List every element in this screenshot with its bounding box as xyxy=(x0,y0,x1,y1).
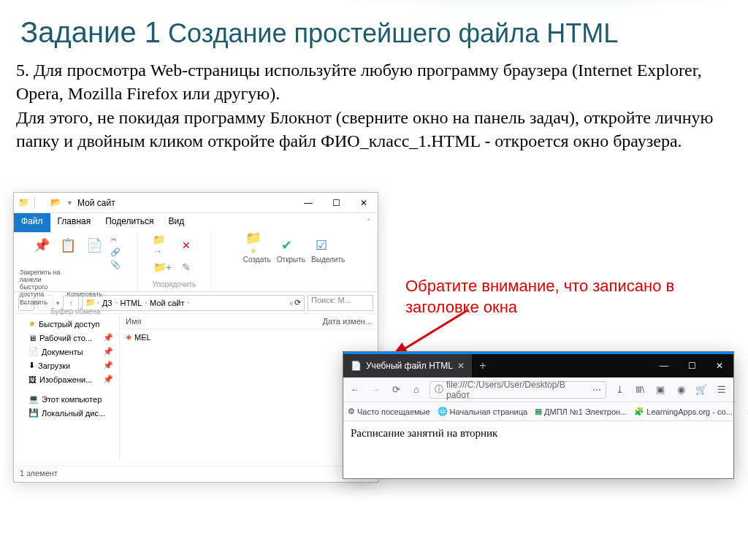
sidebar-desktop[interactable]: 🖥Рабочий сто...📌 xyxy=(14,331,119,345)
disk-icon: 💾 xyxy=(28,408,39,418)
tab-close-icon[interactable]: ✕ xyxy=(457,361,465,371)
bookmark-dmpl[interactable]: ▦ДМПЛ №1 Электрон... xyxy=(535,407,627,416)
copy-to-icon[interactable]: 📁+ xyxy=(153,257,173,277)
download-icon[interactable]: ⤓ xyxy=(612,384,627,395)
page-heading: Расписание занятий на вторник xyxy=(351,427,497,439)
sidebar-downloads[interactable]: ⬇Загрузки📌 xyxy=(14,358,119,372)
gear-icon: ⚙ xyxy=(348,407,355,416)
close-button[interactable]: ✕ xyxy=(350,193,378,213)
open-label: Открыть xyxy=(277,256,305,264)
tab-file[interactable]: Файл xyxy=(14,213,50,232)
forward-button[interactable]: → xyxy=(368,384,383,395)
reload-button[interactable]: ⟳ xyxy=(389,384,403,395)
pin-icon: 📌 xyxy=(103,347,113,356)
page-icon: 📄 xyxy=(351,361,362,371)
browser-maximize-button[interactable]: ☐ xyxy=(678,354,706,377)
sidebar-this-pc[interactable]: 💻Этот компьютер xyxy=(14,392,119,406)
page-content: Расписание занятий на вторник xyxy=(343,421,733,445)
account-icon[interactable]: ◉ xyxy=(673,384,688,395)
explorer-window: 📁 📂 ▼ Мой сайт — ☐ ✕ Файл Главная Подели… xyxy=(13,192,378,483)
back-button[interactable]: ← xyxy=(18,295,34,311)
url-text: file:///C:/Users/User/Desktop/В работ xyxy=(446,380,587,400)
breadcrumb-seg-0[interactable]: ДЗ xyxy=(101,299,114,307)
bookmark-startpage[interactable]: 🌐Начальная страница xyxy=(438,407,527,416)
breadcrumb-seg-2[interactable]: Мой сайт xyxy=(148,299,186,307)
tab-share[interactable]: Поделиться xyxy=(98,213,161,232)
forward-button[interactable]: → xyxy=(37,295,53,311)
explorer-sidebar: ★Быстрый доступ 🖥Рабочий сто...📌 📄Докуме… xyxy=(14,314,120,460)
copy-icon[interactable]: 📋 xyxy=(58,235,78,256)
tab-view[interactable]: Вид xyxy=(161,213,191,232)
create-label: Создать xyxy=(243,256,271,264)
cut-icon[interactable]: ✂ xyxy=(110,235,121,245)
body-text: 5. Для просмотра Web-страницы используйт… xyxy=(16,58,726,153)
copy-path-icon[interactable]: 🔗 xyxy=(110,248,121,257)
browser-tab[interactable]: 📄 Учебный файл HTML ✕ xyxy=(343,354,472,377)
document-icon: 📄 xyxy=(28,347,39,356)
maximize-button[interactable]: ☐ xyxy=(322,193,350,213)
browser-minimize-button[interactable]: — xyxy=(650,354,678,377)
search-input[interactable]: Поиск: М... xyxy=(308,295,373,311)
info-icon[interactable]: ⓘ xyxy=(435,383,443,396)
rename-icon[interactable]: ✎ xyxy=(176,257,196,277)
column-headers[interactable]: Имя Дата измен... xyxy=(120,314,378,329)
sidebar-documents[interactable]: 📄Документы📌 xyxy=(14,345,119,358)
sidebar-icon[interactable]: ▣ xyxy=(653,384,668,395)
file-item[interactable]: ◈ MEL xyxy=(120,329,378,345)
pin-icon[interactable]: 📌 xyxy=(31,235,52,256)
history-dropdown[interactable]: ▾ xyxy=(56,299,60,307)
home-button[interactable]: ⌂ xyxy=(409,384,424,395)
bookmark-frequent[interactable]: ⚙Часто посещаемые xyxy=(348,407,430,416)
select-all-icon[interactable]: ☑ xyxy=(311,235,332,256)
explorer-titlebar: 📁 📂 ▼ Мой сайт — ☐ ✕ xyxy=(14,193,378,213)
paste-icon[interactable]: 📄 xyxy=(84,235,104,256)
delete-icon[interactable]: ✕ xyxy=(176,235,196,256)
browser-close-button[interactable]: ✕ xyxy=(706,354,733,377)
globe-icon: 🌐 xyxy=(438,407,448,416)
up-button[interactable]: ↑ xyxy=(63,295,79,311)
menu-icon[interactable]: ☰ xyxy=(714,384,729,395)
shortcut-icon[interactable]: 📎 xyxy=(110,260,121,269)
desktop-icon: 🖥 xyxy=(28,334,37,342)
pin-icon: 📌 xyxy=(103,375,113,384)
download-icon: ⬇ xyxy=(28,361,35,370)
open-icon[interactable]: ✔ xyxy=(277,235,297,256)
html-file-icon: ◈ xyxy=(126,332,131,342)
column-name[interactable]: Имя xyxy=(126,317,322,326)
explorer-window-title: Мой сайт xyxy=(77,198,115,208)
column-date[interactable]: Дата измен... xyxy=(322,317,372,326)
breadcrumb[interactable]: 📁 › ДЗ › HTML › Мой сайт › v ⟳ xyxy=(82,295,305,311)
file-name: MEL xyxy=(134,333,151,342)
address-bar[interactable]: ⓘ file:///C:/Users/User/Desktop/В работ … xyxy=(430,381,606,399)
explorer-file-list: Имя Дата измен... ◈ MEL xyxy=(120,314,378,460)
ribbon-group-organize: Упорядочить xyxy=(153,280,196,288)
new-tab-button[interactable]: + xyxy=(472,354,494,377)
sidebar-local-disk[interactable]: 💾Локальный дис... xyxy=(14,406,119,420)
breadcrumb-seg-1[interactable]: HTML xyxy=(118,299,143,307)
minimize-button[interactable]: — xyxy=(294,193,322,213)
sidebar-quick-access[interactable]: ★Быстрый доступ xyxy=(14,317,119,331)
refresh-icon[interactable]: ⟳ xyxy=(294,298,301,307)
back-button[interactable]: ← xyxy=(348,384,362,395)
browser-window: 📄 Учебный файл HTML ✕ + — ☐ ✕ ← → ⟳ ⌂ ⓘ … xyxy=(343,351,734,479)
more-icon[interactable]: ⋯ xyxy=(592,385,601,395)
sheet-icon: ▦ xyxy=(535,407,542,416)
bookmarks-bar: ⚙Часто посещаемые 🌐Начальная страница ▦Д… xyxy=(343,402,733,421)
slide-title: Задание 1 Создание простейшего файла HTM… xyxy=(20,16,618,49)
browser-toolbar: ← → ⟳ ⌂ ⓘ file:///C:/Users/User/Desktop/… xyxy=(343,377,733,402)
library-icon[interactable]: Ⅲ\ xyxy=(633,384,647,395)
pc-icon: 💻 xyxy=(28,394,39,404)
new-folder-icon[interactable]: 📁* xyxy=(243,235,264,256)
chevron-down-icon[interactable]: ▼ xyxy=(66,199,73,207)
folder-open-icon[interactable]: 📂 xyxy=(50,197,62,209)
bookmark-learningapps[interactable]: 🧩LearningApps.org - со... xyxy=(634,407,733,416)
move-icon[interactable]: 📁→ xyxy=(153,235,173,256)
folder-icon[interactable]: 📁 xyxy=(18,197,30,209)
pin-label: Закрепить на панели быстрого доступа xyxy=(20,269,65,299)
ribbon-collapse-icon[interactable]: ⌃ xyxy=(360,213,378,232)
tab-title: Учебный файл HTML xyxy=(366,361,453,371)
sidebar-pictures[interactable]: 🖼Изображени...📌 xyxy=(14,372,119,386)
cart-icon[interactable]: 🛒 xyxy=(694,384,709,395)
tab-home[interactable]: Главная xyxy=(50,213,99,232)
select-label: Выделить xyxy=(311,256,345,264)
